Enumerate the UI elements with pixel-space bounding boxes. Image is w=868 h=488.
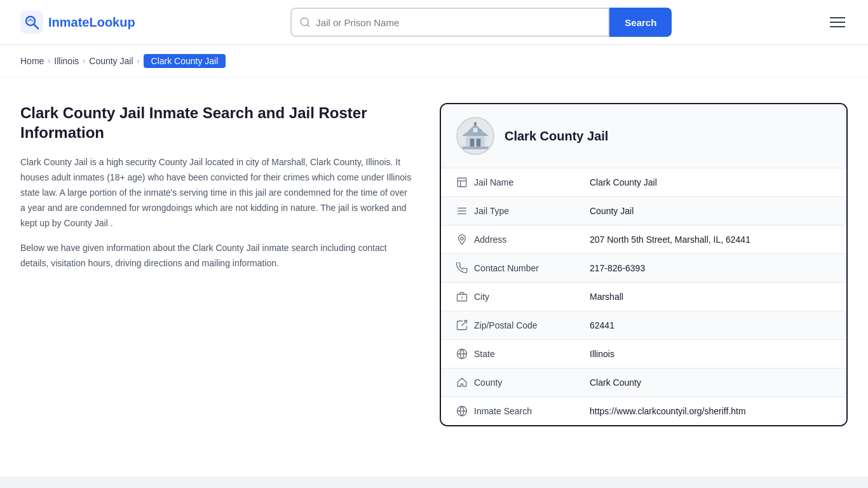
label-text-jail-type: Jail Type (474, 206, 509, 216)
svg-rect-7 (470, 139, 475, 147)
jail-avatar (456, 117, 494, 155)
svg-rect-6 (466, 136, 485, 147)
label-contact: Contact Number (456, 262, 590, 274)
value-zip: 62441 (590, 320, 614, 330)
logo-icon (20, 11, 43, 34)
info-card: Clark County Jail Jail Name Clark County… (440, 103, 848, 426)
header: InmateLookup Search (0, 0, 868, 45)
svg-rect-10 (465, 128, 468, 133)
left-column: Clark County Jail Inmate Search and Jail… (20, 103, 414, 426)
label-zip: Zip/Postal Code (456, 320, 590, 331)
svg-rect-11 (473, 128, 478, 133)
zip-icon (456, 320, 468, 331)
card-header: Clark County Jail (441, 104, 846, 168)
label-text-inmate-search: Inmate Search (474, 406, 532, 416)
label-text-county: County (474, 377, 502, 388)
svg-rect-5 (462, 147, 489, 149)
row-city: City Marshall (441, 283, 846, 311)
label-text-city: City (474, 292, 489, 302)
value-county: Clark County (590, 377, 641, 388)
value-inmate-search[interactable]: https://www.clarkcountyil.org/sheriff.ht… (590, 406, 746, 416)
label-text-address: Address (474, 234, 506, 245)
label-inmate-search: Inmate Search (456, 405, 590, 417)
svg-rect-12 (483, 128, 486, 133)
location-icon (456, 234, 468, 245)
value-contact[interactable]: 217-826-6393 (590, 263, 645, 273)
chevron-icon-1: › (48, 57, 50, 65)
jail-icon (456, 177, 468, 188)
phone-icon (456, 262, 468, 274)
svg-point-20 (461, 237, 464, 240)
county-icon (456, 377, 468, 388)
breadcrumb-illinois[interactable]: Illinois (54, 56, 79, 66)
value-jail-type[interactable]: County Jail (590, 206, 634, 216)
menu-line-2 (830, 22, 845, 23)
city-icon (456, 291, 468, 302)
search-input[interactable] (316, 17, 600, 28)
building-icon (459, 120, 491, 152)
page-description-1: Clark County Jail is a high security Cou… (20, 155, 414, 231)
value-address: 207 North 5th Street, Marshall, IL, 6244… (590, 234, 750, 245)
card-jail-name: Clark County Jail (505, 129, 608, 144)
label-jail-type: Jail Type (456, 205, 590, 217)
main-content: Clark County Jail Inmate Search and Jail… (0, 78, 868, 452)
chevron-icon-3: › (137, 57, 140, 65)
label-text-zip: Zip/Postal Code (474, 320, 538, 330)
search-button[interactable]: Search (609, 8, 672, 37)
label-text-contact: Contact Number (474, 263, 539, 273)
menu-line-1 (830, 17, 845, 18)
page-title: Clark County Jail Inmate Search and Jail… (20, 103, 414, 142)
row-county: County Clark County (441, 369, 846, 397)
breadcrumb-home[interactable]: Home (20, 56, 44, 66)
right-column: Clark County Jail Jail Name Clark County… (440, 103, 848, 426)
value-state[interactable]: Illinois (590, 349, 614, 359)
svg-line-4 (308, 24, 309, 26)
web-icon (456, 405, 468, 417)
row-state: State Illinois (441, 340, 846, 369)
chevron-icon-2: › (83, 57, 85, 65)
svg-rect-8 (477, 139, 481, 147)
value-city: Marshall (590, 292, 623, 302)
info-rows: Jail Name Clark County Jail Jail Type Co… (441, 168, 846, 425)
label-text-state: State (474, 349, 495, 359)
menu-button[interactable] (827, 15, 848, 30)
menu-line-3 (830, 26, 845, 27)
row-address: Address 207 North 5th Street, Marshall, … (441, 226, 846, 254)
label-address: Address (456, 234, 590, 245)
type-icon (456, 205, 468, 217)
page-description-2: Below we have given information about th… (20, 241, 414, 271)
row-contact: Contact Number 217-826-6393 (441, 254, 846, 283)
row-inmate-search: Inmate Search https://www.clarkcountyil.… (441, 397, 846, 425)
footer-bar (0, 477, 868, 488)
state-icon (456, 348, 468, 360)
logo-link[interactable]: InmateLookup (20, 11, 135, 34)
svg-rect-13 (474, 122, 476, 125)
search-wrapper (290, 8, 609, 37)
row-jail-type: Jail Type County Jail (441, 197, 846, 226)
breadcrumb-county-jail[interactable]: County Jail (89, 56, 133, 66)
search-area: Search (290, 8, 672, 37)
row-jail-name: Jail Name Clark County Jail (441, 168, 846, 197)
svg-rect-14 (458, 178, 466, 187)
label-jail-name: Jail Name (456, 177, 590, 188)
label-county: County (456, 377, 590, 388)
svg-rect-0 (20, 11, 43, 34)
breadcrumb-active: Clark County Jail (144, 54, 226, 68)
label-state: State (456, 348, 590, 360)
value-jail-name: Clark County Jail (590, 177, 657, 187)
breadcrumb: Home › Illinois › County Jail › Clark Co… (0, 45, 868, 78)
svg-marker-26 (458, 378, 466, 386)
label-city: City (456, 291, 590, 302)
search-icon (299, 17, 311, 28)
logo-text: InmateLookup (48, 15, 135, 30)
row-zip: Zip/Postal Code 62441 (441, 311, 846, 340)
label-text-jail-name: Jail Name (474, 177, 513, 187)
